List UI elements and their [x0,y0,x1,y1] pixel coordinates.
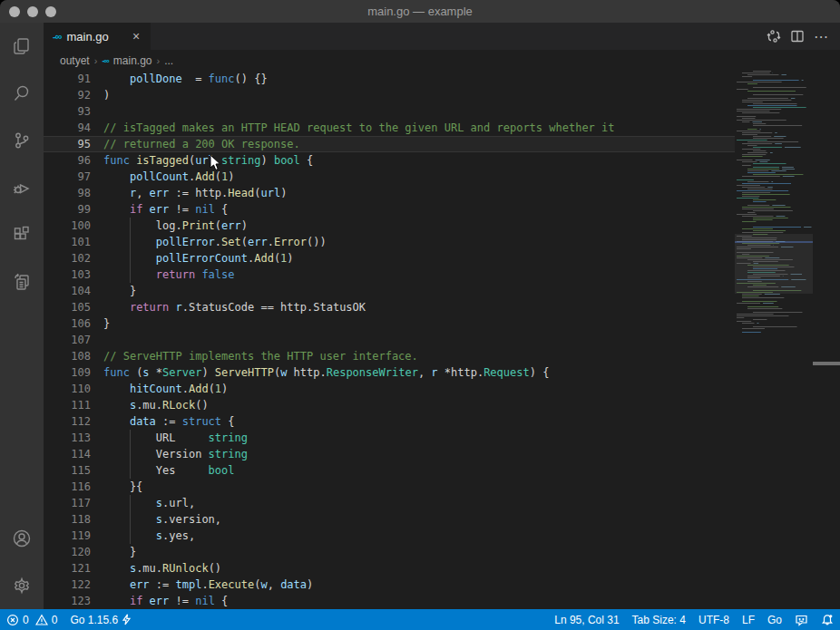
line-number: 103 [44,267,103,283]
tab-size-status[interactable]: Tab Size: 4 [626,609,692,630]
breadcrumb-folder[interactable]: outyet [60,54,90,67]
code-line[interactable]: 93 [44,103,735,120]
open-changes-icon[interactable] [762,24,786,48]
references-icon[interactable] [0,258,44,305]
feedback-icon[interactable] [788,609,815,630]
minimap[interactable] [735,71,813,609]
code-line[interactable]: 97 pollCount.Add(1) [44,169,735,185]
error-icon [6,614,19,626]
notifications-bell-icon[interactable] [815,609,840,630]
code-line[interactable]: 117 s.url, [44,495,735,511]
code-line[interactable]: 95// returned a 200 OK response. [44,136,735,152]
line-number: 99 [44,201,103,218]
code-line[interactable]: 110 hitCount.Add(1) [44,381,735,397]
language-mode-status[interactable]: Go [761,609,788,630]
code-line[interactable]: 115 Yes bool [44,462,735,479]
code-line[interactable]: 102 pollErrorCount.Add(1) [44,250,735,267]
cursor-position-status[interactable]: Ln 95, Col 31 [548,609,625,630]
code-text: s.url, [103,495,735,511]
search-icon[interactable] [0,70,44,117]
code-text: s.mu.RUnlock() [103,560,735,577]
line-number: 111 [44,397,103,413]
code-text: log.Print(err) [103,218,735,234]
code-line[interactable]: 107 [44,332,735,348]
code-line[interactable]: 120 } [44,544,735,560]
code-text: func isTagged(url string) bool { [103,152,735,169]
indent-guide [130,250,131,267]
explorer-icon[interactable] [0,23,44,70]
code-line[interactable]: 99 if err != nil { [44,201,735,218]
line-number: 118 [44,511,103,528]
encoding-status[interactable]: UTF-8 [692,609,736,630]
split-editor-icon[interactable] [786,24,809,48]
code-text: pollError.Set(err.Error()) [103,234,735,250]
code-line[interactable]: 92) [44,87,735,103]
go-file-icon: -∞ [102,56,108,65]
code-text: s.version, [103,511,735,528]
code-line[interactable]: 106} [44,315,735,332]
zoom-window-button[interactable] [45,6,56,17]
run-and-debug-icon[interactable] [0,164,44,211]
line-number: 102 [44,250,103,267]
line-number: 117 [44,495,103,511]
code-line[interactable]: 122 err := tmpl.Execute(w, data) [44,577,735,593]
code-text: data := struct { [103,413,735,430]
code-line[interactable]: 101 pollError.Set(err.Error()) [44,234,735,250]
more-actions-icon[interactable]: ⋯ [809,24,833,48]
tab-close-icon[interactable]: × [129,30,143,43]
overview-ruler[interactable] [813,71,840,609]
line-number: 113 [44,430,103,446]
line-number: 97 [44,169,103,185]
go-version-status[interactable]: Go 1.15.6 [63,609,138,630]
code-line[interactable]: 103 return false [44,267,735,283]
code-line[interactable]: 109func (s *Server) ServeHTTP(w http.Res… [44,364,735,381]
chevron-right-icon: › [94,55,98,66]
code-text: // isTagged makes an HTTP HEAD request t… [103,120,735,136]
line-number: 122 [44,577,103,593]
code-line[interactable]: 118 s.version, [44,511,735,528]
settings-gear-icon[interactable] [0,562,44,609]
code-line[interactable]: 123 if err != nil { [44,593,735,609]
code-line[interactable]: 116 }{ [44,479,735,495]
line-number: 116 [44,479,103,495]
code-line[interactable]: 94// isTagged makes an HTTP HEAD request… [44,120,735,136]
line-number: 115 [44,462,103,479]
code-line[interactable]: 111 s.mu.RLock() [44,397,735,413]
code-line[interactable]: 113 URL string [44,430,735,446]
code-line[interactable]: 112 data := struct { [44,413,735,430]
problems-status[interactable]: 0 0 [0,609,63,630]
code-line[interactable]: 96func isTagged(url string) bool { [44,152,735,169]
minimize-window-button[interactable] [27,6,38,17]
title-bar: main.go — example [0,0,840,23]
code-text: URL string [103,430,735,446]
line-number: 119 [44,528,103,544]
tab-main-go[interactable]: -∞ main.go × [44,23,151,50]
code-text: pollCount.Add(1) [103,169,735,185]
code-line[interactable]: 98 r, err := http.Head(url) [44,185,735,201]
close-window-button[interactable] [9,6,20,17]
code-line[interactable]: 100 log.Print(err) [44,218,735,234]
cursor-position-label: Ln 95, Col 31 [554,614,619,626]
code-line[interactable]: 119 s.yes, [44,528,735,544]
eol-status[interactable]: LF [736,609,761,630]
editor-pane[interactable]: 91 pollDone = func() {}92)9394// isTagge… [44,71,840,609]
line-number: 108 [44,348,103,364]
code-text: func (s *Server) ServeHTTP(w http.Respon… [103,364,735,381]
source-control-icon[interactable] [0,117,44,164]
account-icon[interactable] [0,515,44,562]
code-area[interactable]: 91 pollDone = func() {}92)9394// isTagge… [44,71,735,609]
code-line[interactable]: 105 return r.StatusCode == http.StatusOK [44,299,735,315]
breadcrumb-symbol[interactable]: ... [164,54,173,67]
code-text: err := tmpl.Execute(w, data) [103,577,735,593]
line-number: 123 [44,593,103,609]
code-text [103,332,735,348]
code-text: Yes bool [103,462,735,479]
breadcrumb-file[interactable]: main.go [113,54,152,67]
code-line[interactable]: 104 } [44,283,735,299]
code-line[interactable]: 108// ServeHTTP implements the HTTP user… [44,348,735,364]
code-line[interactable]: 91 pollDone = func() {} [44,71,735,87]
code-line[interactable]: 114 Version string [44,446,735,462]
code-line[interactable]: 121 s.mu.RUnlock() [44,560,735,577]
code-text: return r.StatusCode == http.StatusOK [103,299,735,315]
extensions-icon[interactable] [0,211,44,258]
